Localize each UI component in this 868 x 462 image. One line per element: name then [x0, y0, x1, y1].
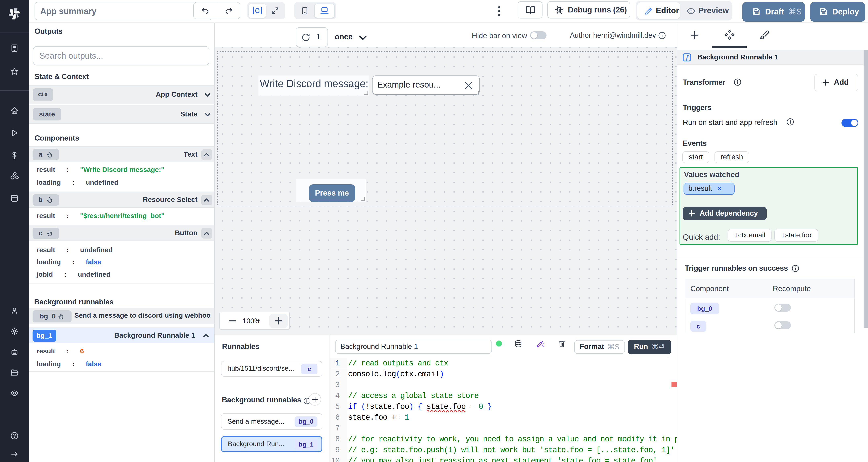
svg-text:f: f	[686, 54, 689, 61]
